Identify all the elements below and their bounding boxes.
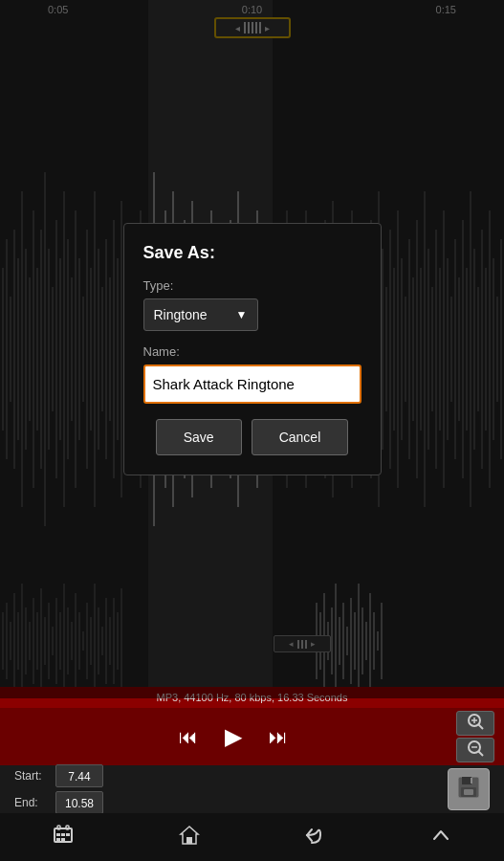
start-label: Start: — [14, 769, 48, 783]
nav-bar — [0, 813, 504, 861]
svg-rect-199 — [66, 833, 70, 836]
floppy-disk-icon — [456, 775, 481, 805]
start-value-box: 7.44 — [55, 764, 103, 787]
start-row: Start: 7.44 — [14, 764, 103, 787]
end-label: End: — [14, 796, 48, 809]
save-button[interactable]: Save — [156, 419, 242, 455]
transport-bar: ⏮ ▶ ⏭ — [0, 708, 504, 765]
dialog-title: Save As: — [143, 243, 362, 263]
zoom-out-icon — [466, 739, 485, 762]
svg-rect-201 — [61, 838, 65, 841]
chevron-down-icon: ▼ — [236, 308, 248, 321]
home-button[interactable] — [171, 817, 208, 858]
start-value: 7.44 — [68, 770, 90, 784]
play-button[interactable]: ▶ — [221, 719, 246, 754]
svg-rect-191 — [471, 778, 472, 784]
end-row: End: 10.58 — [14, 791, 103, 814]
svg-rect-200 — [56, 838, 60, 841]
svg-line-183 — [478, 724, 483, 729]
svg-rect-193 — [464, 789, 473, 795]
end-value: 10.58 — [65, 797, 94, 810]
save-file-button[interactable] — [448, 768, 490, 810]
recents-icon — [53, 828, 74, 850]
waveform-area: 0:05 0:10 0:15 ◂ ▸ ◂ ▸ — [0, 0, 504, 698]
info-bar: Start: 7.44 End: 10.58 — [0, 765, 504, 813]
svg-rect-197 — [56, 833, 60, 836]
name-label: Name: — [143, 344, 362, 359]
back-button[interactable] — [296, 817, 333, 858]
svg-rect-203 — [186, 837, 192, 844]
home-icon — [179, 828, 200, 850]
skip-forward-button[interactable]: ⏭ — [265, 722, 292, 752]
chevron-up-icon — [430, 828, 451, 850]
transport-controls: ⏮ ▶ ⏭ — [10, 719, 456, 754]
save-as-dialog: Save As: Type: Ringtone ▼ Name: Save Can… — [123, 223, 382, 475]
zoom-in-icon — [466, 712, 485, 735]
menu-button[interactable] — [423, 817, 459, 858]
svg-rect-198 — [61, 833, 65, 836]
start-end-info: Start: 7.44 End: 10.58 — [14, 764, 103, 814]
type-label: Type: — [143, 278, 362, 293]
end-value-box: 10.58 — [55, 791, 103, 814]
skip-back-button[interactable]: ⏮ — [175, 722, 202, 752]
type-dropdown[interactable]: Ringtone ▼ — [143, 298, 258, 331]
zoom-out-button[interactable] — [456, 738, 494, 762]
zoom-controls — [456, 711, 494, 762]
svg-rect-190 — [462, 777, 471, 784]
type-dropdown-value: Ringtone — [154, 307, 236, 322]
zoom-in-button[interactable] — [456, 711, 494, 736]
cancel-button[interactable]: Cancel — [252, 419, 349, 455]
recents-button[interactable] — [45, 817, 81, 858]
svg-line-187 — [478, 751, 483, 756]
name-input[interactable] — [143, 364, 362, 404]
dialog-buttons: Save Cancel — [143, 419, 362, 455]
back-icon — [304, 828, 325, 850]
dialog-overlay: Save As: Type: Ringtone ▼ Name: Save Can… — [0, 0, 504, 698]
